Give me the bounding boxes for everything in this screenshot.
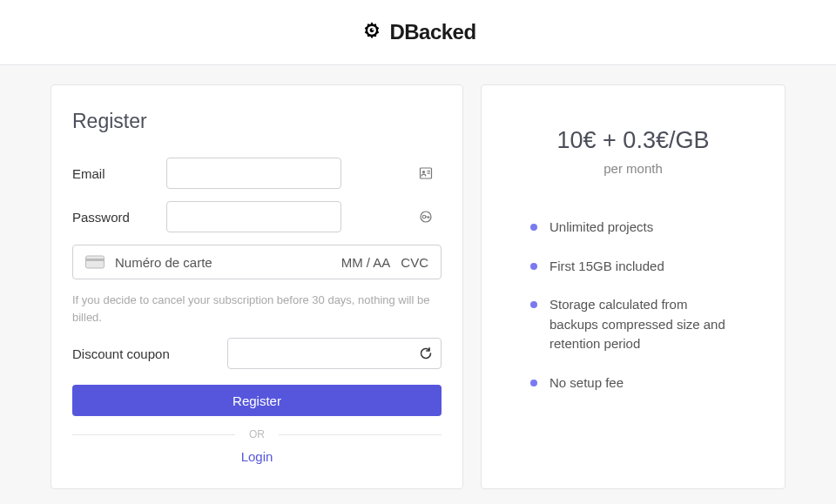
svg-rect-9 [86,256,104,268]
feature-text: Storage calculated from backups compress… [549,295,736,354]
bullet-icon [530,380,537,386]
price-line: 10€ + 0.3€/GB [502,127,764,154]
gear-eye-icon [360,20,384,44]
register-button[interactable]: Register [72,385,442,416]
feature-text: No setup fee [549,373,624,393]
feature-item: First 15GB included [530,257,736,277]
card-expiry-placeholder: MM / AA [341,255,391,270]
svg-point-1 [370,28,374,32]
contact-card-icon [419,166,433,180]
feature-text: First 15GB included [549,257,664,277]
divider-text: OR [235,428,279,440]
card-cvc-placeholder: CVC [401,255,428,270]
coupon-row: Discount coupon [72,338,442,369]
card-input[interactable]: Numéro de carte MM / AA CVC [72,245,442,279]
feature-item: No setup fee [530,373,736,393]
brand-name: DBacked [389,20,475,44]
pricing-card: 10€ + 0.3€/GB per month Unlimited projec… [481,84,785,489]
password-label: Password [72,210,166,225]
card-number-placeholder: Numéro de carte [115,255,331,270]
price-subtext: per month [502,161,764,176]
feature-list: Unlimited projects First 15GB included S… [502,218,764,393]
key-icon [419,210,433,224]
bullet-icon [530,224,537,231]
coupon-label: Discount coupon [72,346,219,361]
email-row: Email [72,158,442,189]
feature-text: Unlimited projects [549,218,653,238]
password-field[interactable] [166,201,341,232]
svg-point-4 [422,171,425,173]
bullet-icon [530,263,537,270]
login-link[interactable]: Login [72,449,442,464]
svg-point-2 [373,29,374,30]
or-divider: OR [72,428,442,440]
brand-logo[interactable]: DBacked [360,20,475,44]
password-row: Password [72,201,442,232]
email-field[interactable] [166,158,341,189]
svg-point-8 [422,215,426,218]
cancellation-note: If you decide to cancel your subscriptio… [72,292,442,326]
bullet-icon [530,301,537,308]
svg-rect-10 [86,259,104,261]
register-card: Register Email Password [51,84,463,489]
main-container: Register Email Password [0,65,836,504]
feature-item: Unlimited projects [530,218,736,238]
feature-item: Storage calculated from backups compress… [530,295,736,354]
coupon-field[interactable] [227,338,442,369]
header: DBacked [0,0,836,65]
credit-card-icon [85,255,104,269]
page-title: Register [72,110,442,133]
refresh-icon[interactable] [419,346,433,360]
email-label: Email [72,166,166,181]
